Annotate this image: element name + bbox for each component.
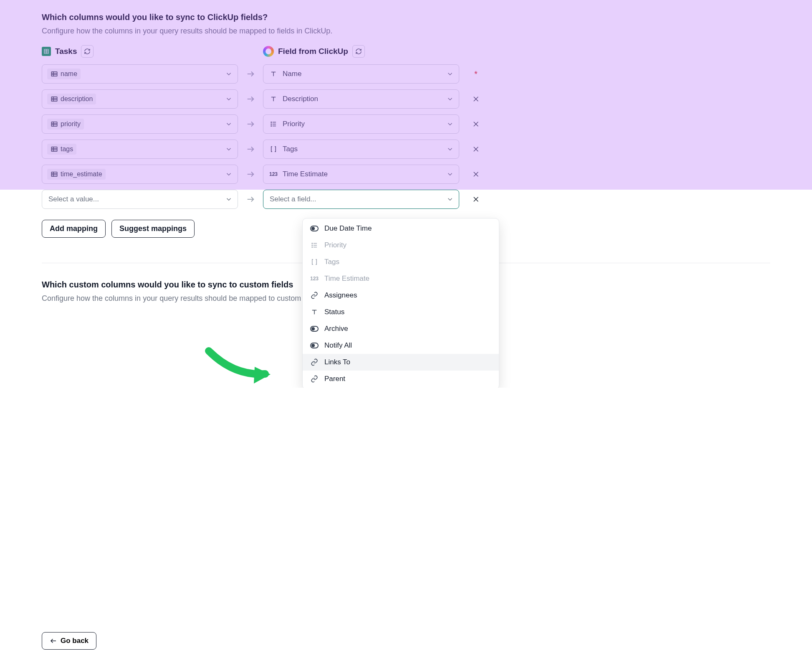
chevron-down-icon	[446, 145, 454, 153]
123-icon: 123	[309, 276, 319, 282]
source-header: Tasks	[42, 45, 238, 58]
target-select[interactable]: Name	[263, 64, 459, 84]
chevron-down-icon	[446, 95, 454, 103]
source-value: name	[61, 70, 77, 78]
section-title: Which columns would you like to sync to …	[42, 13, 770, 22]
link-icon	[309, 292, 319, 299]
svg-rect-36	[51, 172, 57, 177]
dropdown-item: Tags	[303, 254, 499, 270]
dropdown-item: 123Time Estimate	[303, 270, 499, 287]
section-subtitle: Configure how the columns in your query …	[42, 25, 770, 37]
chevron-down-icon	[225, 170, 233, 178]
clickup-icon	[263, 46, 274, 57]
table-icon	[51, 120, 58, 128]
dropdown-item[interactable]: Links To	[303, 354, 499, 371]
mapping-row-new: Select a value... Select a field...	[42, 190, 770, 209]
list-icon	[268, 120, 278, 128]
source-select[interactable]: description	[42, 89, 238, 109]
arrow-icon	[238, 69, 263, 79]
dropdown-item[interactable]: Due Date Time	[303, 220, 499, 237]
svg-point-53	[312, 247, 313, 248]
add-mapping-button[interactable]: Add mapping	[42, 220, 106, 238]
chevron-down-icon	[225, 145, 233, 153]
dropdown-item[interactable]: Archive	[303, 320, 499, 337]
svg-point-25	[271, 126, 272, 127]
remove-row-button[interactable]	[468, 196, 484, 203]
source-select[interactable]: priority	[42, 114, 238, 134]
brackets-icon	[268, 145, 278, 153]
chevron-down-icon	[225, 70, 233, 78]
chevron-down-icon	[446, 170, 454, 178]
dropdown-item[interactable]: Notify All	[303, 337, 499, 354]
target-select[interactable]: Description	[263, 89, 459, 109]
target-select[interactable]: Priority	[263, 114, 459, 134]
source-value: description	[61, 95, 93, 103]
dropdown-item-label: Status	[324, 308, 344, 316]
chevron-down-icon	[446, 196, 454, 203]
dropdown-item-label: Notify All	[324, 341, 352, 350]
toggle-icon	[309, 326, 319, 332]
chevron-down-icon	[446, 120, 454, 128]
toggle-icon	[309, 343, 319, 348]
text-icon	[268, 70, 278, 78]
table-icon	[51, 145, 58, 153]
svg-point-49	[312, 243, 313, 244]
source-chip: time_estimate	[47, 169, 106, 180]
arrow-icon	[238, 170, 263, 179]
dropdown-item: Priority	[303, 237, 499, 254]
target-value: Description	[283, 95, 318, 103]
remove-row-button[interactable]	[472, 95, 480, 103]
target-select[interactable]: 123Time Estimate	[263, 165, 459, 184]
dropdown-item[interactable]: Assignees	[303, 287, 499, 304]
table-icon	[51, 95, 58, 103]
arrow-icon	[238, 94, 263, 104]
svg-rect-9	[51, 97, 57, 102]
svg-point-48	[312, 227, 314, 230]
dropdown-item[interactable]: Status	[303, 304, 499, 320]
source-select-new[interactable]: Select a value...	[42, 190, 238, 209]
dropdown-item-label: Assignees	[324, 291, 357, 300]
source-select[interactable]: time_estimate	[42, 165, 238, 184]
brackets-icon	[309, 258, 319, 266]
link-icon	[309, 358, 319, 366]
source-chip: name	[47, 69, 81, 79]
dropdown-item-label: Time Estimate	[324, 274, 369, 283]
refresh-source-button[interactable]	[81, 45, 94, 58]
table-icon	[51, 170, 58, 178]
source-chip: priority	[47, 119, 84, 130]
remove-row-button[interactable]	[472, 170, 480, 178]
suggest-mappings-button[interactable]: Suggest mappings	[111, 220, 195, 238]
target-value: Time Estimate	[283, 170, 328, 178]
mapping-row: nameName*	[42, 64, 770, 84]
refresh-target-button[interactable]	[352, 45, 365, 58]
svg-rect-16	[51, 122, 57, 127]
remove-row-button[interactable]	[472, 120, 480, 128]
text-icon	[268, 95, 278, 103]
remove-row-button[interactable]	[472, 145, 480, 153]
source-select[interactable]: name	[42, 64, 238, 84]
target-select[interactable]: Tags	[263, 140, 459, 159]
dropdown-item-label: Parent	[324, 375, 345, 383]
source-header-label: Tasks	[55, 47, 77, 56]
list-icon	[309, 241, 319, 249]
svg-point-21	[271, 122, 272, 123]
source-select[interactable]: tags	[42, 140, 238, 159]
field-dropdown[interactable]: Due Date TimePriorityTags123Time Estimat…	[302, 218, 499, 388]
dropdown-item-label: Archive	[324, 325, 348, 333]
target-header: Field from ClickUp	[263, 45, 770, 58]
target-select-new[interactable]: Select a field...	[263, 190, 459, 209]
svg-point-51	[312, 245, 313, 246]
source-chip: description	[47, 94, 96, 104]
mapping-row: priorityPriority	[42, 114, 770, 134]
link-icon	[309, 375, 319, 383]
svg-rect-4	[51, 72, 57, 76]
text-icon	[309, 308, 319, 316]
svg-point-56	[312, 328, 314, 330]
dropdown-item-label: Priority	[324, 241, 347, 249]
mapping-row: tagsTags	[42, 140, 770, 159]
target-placeholder: Select a field...	[268, 195, 316, 203]
arrow-icon	[238, 119, 263, 129]
chevron-down-icon	[446, 70, 454, 78]
dropdown-item[interactable]: Parent	[303, 371, 499, 387]
chevron-down-icon	[225, 120, 233, 128]
